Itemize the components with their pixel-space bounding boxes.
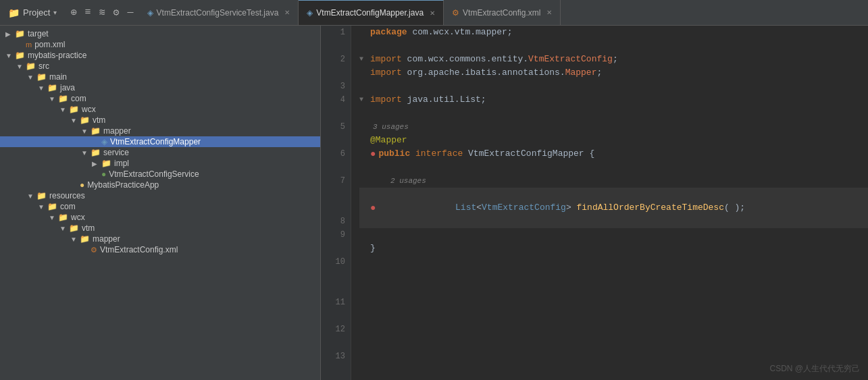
code-line-12 bbox=[359, 228, 868, 242]
arrow-res-wcx: ▼ bbox=[49, 214, 58, 221]
label-xml-file: VtmExtractConfig.xml bbox=[100, 245, 178, 254]
xml-file-icon-side: ⚙ bbox=[91, 246, 97, 254]
icon-minimize[interactable]: — bbox=[128, 7, 134, 18]
sidebar-item-java[interactable]: ▼ 📁 java bbox=[0, 82, 320, 93]
folder-icon-mapper: 📁 bbox=[91, 126, 101, 136]
sidebar-item-service-folder[interactable]: ▼ 📁 service bbox=[0, 147, 320, 158]
arrow-src: ▼ bbox=[16, 63, 26, 70]
label-mybatis: mybatis-practice bbox=[28, 51, 86, 60]
sidebar-item-vtmextractconfigservice[interactable]: ● VtmExtractConfigService bbox=[0, 169, 320, 180]
sidebar-item-vtm[interactable]: ▼ 📁 vtm bbox=[0, 115, 320, 126]
label-src: src bbox=[39, 61, 49, 71]
sidebar-item-res-wcx[interactable]: ▼ 📁 wcx bbox=[0, 212, 320, 223]
sidebar-item-mybatis[interactable]: ▼ 📁 mybatis-practice bbox=[0, 50, 320, 61]
folder-icon-com: 📁 bbox=[58, 94, 68, 103]
sidebar-item-mapper-folder[interactable]: ▼ 📁 mapper bbox=[0, 126, 320, 136]
arrow-impl: ▶ bbox=[92, 160, 101, 167]
icon-flatten[interactable]: ≋ bbox=[99, 6, 105, 19]
service-file-icon: ● bbox=[101, 169, 106, 179]
sidebar-item-vtmextractconfig-xml[interactable]: ⚙ VtmExtractConfig.xml bbox=[0, 244, 320, 255]
code-line-2 bbox=[359, 39, 868, 53]
code-area[interactable]: package com.wcx.vtm.mapper; ▼ import com… bbox=[351, 26, 868, 380]
tab-mapper-close[interactable]: ✕ bbox=[430, 9, 435, 17]
sidebar-item-impl[interactable]: ▶ 📁 impl bbox=[0, 158, 320, 169]
app-file-icon: ● bbox=[80, 180, 84, 190]
label-java: java bbox=[60, 83, 75, 92]
import1-semi: ; bbox=[613, 53, 618, 66]
sidebar-item-wcx[interactable]: ▼ 📁 wcx bbox=[0, 104, 320, 115]
icon-crosshair[interactable]: ⊕ bbox=[70, 6, 76, 19]
folder-icon-target: 📁 bbox=[15, 29, 25, 38]
folder-icon-impl: 📁 bbox=[101, 159, 111, 168]
sidebar-item-vtmextractconfigmapper[interactable]: ◈ VtmExtractConfigMapper bbox=[0, 136, 320, 147]
tab-test-close[interactable]: ✕ bbox=[284, 9, 290, 16]
code-line-11: ● List<VtmExtractConfig> findAllOrderByC… bbox=[359, 188, 868, 228]
folder-icon-src: 📁 bbox=[26, 61, 36, 71]
arrow-mapper-folder: ▼ bbox=[81, 128, 91, 135]
code-line-usages3: 3 usages bbox=[359, 120, 868, 134]
tab-xml-close[interactable]: ✕ bbox=[546, 9, 552, 16]
kw-import2: import bbox=[370, 66, 402, 80]
sidebar-item-res-com[interactable]: ▼ 📁 com bbox=[0, 201, 320, 212]
mapper-file-icon: ◈ bbox=[307, 8, 313, 18]
sidebar-item-com[interactable]: ▼ 📁 com bbox=[0, 93, 320, 104]
tab-mapper[interactable]: ◈ VtmExtractConfigMapper.java ✕ bbox=[299, 0, 444, 25]
project-label: Project bbox=[23, 7, 50, 18]
label-res-com: com bbox=[60, 202, 76, 211]
tab-test[interactable]: ◈ VtmExtractConfigServiceTest.java ✕ bbox=[139, 0, 299, 25]
code-line-9: ● public interface VtmExtractConfigMappe… bbox=[359, 147, 868, 161]
import2-class: Mapper bbox=[565, 66, 597, 80]
label-app: MybatisPracticeApp bbox=[87, 180, 159, 190]
test-file-icon: ◈ bbox=[147, 8, 153, 18]
sidebar[interactable]: ▶ 📁 target m pom.xml ▼ 📁 mybatis-practic… bbox=[0, 26, 321, 380]
arrow-res-vtm: ▼ bbox=[59, 225, 69, 232]
arrow-res-com: ▼ bbox=[38, 203, 47, 211]
interface-name: VtmExtractConfigMapper bbox=[463, 147, 589, 161]
tab-test-label: VtmExtractConfigServiceTest.java bbox=[157, 8, 279, 18]
sidebar-item-mybatispracticeapp[interactable]: ● MybatisPracticeApp bbox=[0, 180, 320, 190]
import1-path: com.wcx.commons.entity. bbox=[402, 53, 528, 66]
usages-3: 3 usages bbox=[370, 120, 409, 134]
import3-path: java.util.List; bbox=[402, 93, 486, 107]
kw-public: public bbox=[378, 147, 410, 161]
package-path: com.wcx.vtm.mapper; bbox=[407, 26, 513, 39]
kw-package: package bbox=[370, 26, 407, 39]
watermark: CSDN @人生代代无穷己 bbox=[769, 363, 860, 375]
tab-mapper-label: VtmExtractConfigMapper.java bbox=[316, 8, 424, 18]
sidebar-item-resources[interactable]: ▼ 📁 resources bbox=[0, 190, 320, 201]
folder-icon-resources: 📁 bbox=[36, 191, 47, 200]
label-res-wcx: wcx bbox=[71, 213, 85, 222]
project-title[interactable]: 📁 Project ▾ bbox=[0, 7, 65, 18]
label-pom: pom.xml bbox=[34, 40, 65, 49]
label-vtm: vtm bbox=[93, 115, 105, 125]
icon-settings[interactable]: ⚙ bbox=[113, 6, 120, 19]
arrow-java: ▼ bbox=[38, 84, 47, 92]
folder-icon-res-com: 📁 bbox=[47, 202, 57, 211]
arrow-resources: ▼ bbox=[27, 192, 36, 200]
project-folder-icon: 📁 bbox=[8, 7, 20, 18]
sidebar-item-res-mapper[interactable]: ▼ 📁 mapper bbox=[0, 234, 320, 244]
code-line-6: ▼ import java.util.List; bbox=[359, 93, 868, 107]
folder-icon-res-vtm: 📁 bbox=[69, 223, 79, 233]
sidebar-item-target[interactable]: ▶ 📁 target bbox=[0, 28, 320, 39]
icon-list[interactable]: ≡ bbox=[85, 7, 91, 18]
fold-icon-6: ▼ bbox=[359, 93, 367, 107]
open-brace: { bbox=[589, 147, 594, 161]
folder-icon-main: 📁 bbox=[36, 72, 47, 82]
sidebar-item-res-vtm[interactable]: ▼ 📁 vtm bbox=[0, 223, 320, 234]
kw-import3: import bbox=[370, 93, 402, 107]
breakpoint-11: ● bbox=[370, 201, 376, 215]
label-mapper-file: VtmExtractConfigMapper bbox=[110, 137, 201, 146]
sidebar-item-main[interactable]: ▼ 📁 main bbox=[0, 72, 320, 82]
arrow-wcx: ▼ bbox=[59, 106, 69, 113]
tab-xml[interactable]: ⚙ VtmExtractConfig.xml ✕ bbox=[444, 0, 561, 25]
folder-icon-wcx: 📁 bbox=[69, 105, 79, 114]
editor-content[interactable]: 1 2 3 4 5 6 7 8 9 10 bbox=[321, 26, 868, 380]
code-line-5 bbox=[359, 80, 868, 93]
project-dropdown-icon[interactable]: ▾ bbox=[53, 9, 57, 16]
sidebar-item-src[interactable]: ▼ 📁 src bbox=[0, 61, 320, 72]
folder-icon-service: 📁 bbox=[91, 148, 101, 157]
config-class: VtmExtractConfig bbox=[482, 202, 566, 213]
sidebar-item-pom[interactable]: m pom.xml bbox=[0, 39, 320, 50]
label-target: target bbox=[28, 29, 49, 38]
